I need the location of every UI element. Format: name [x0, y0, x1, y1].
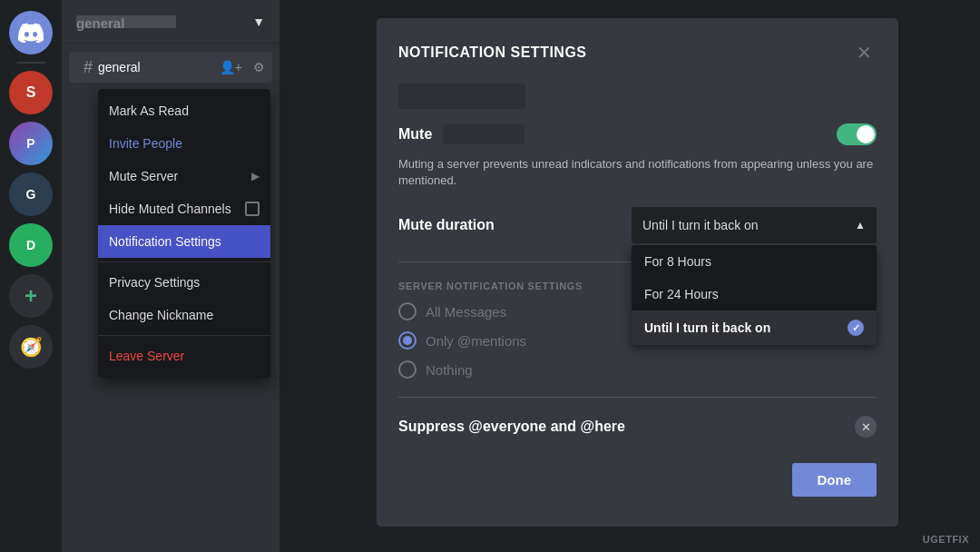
- mute-name-placeholder: [443, 124, 524, 144]
- channel-item-general[interactable]: # general 👤+ ⚙: [69, 52, 272, 83]
- dropdown-option-24hours[interactable]: For 24 Hours: [632, 278, 877, 310]
- radio-only-mentions-label: Only @mentions: [426, 333, 526, 349]
- context-menu: Mark As Read Invite People Mute Server ▶…: [98, 89, 270, 378]
- server-icon-4[interactable]: D: [9, 223, 53, 267]
- dropdown-option-until[interactable]: Until I turn it back on ✓: [632, 310, 877, 345]
- dropdown-menu: For 8 Hours For 24 Hours Until I turn it…: [632, 245, 877, 345]
- settings-icon[interactable]: ⚙: [253, 60, 265, 74]
- ctx-divider-2: [98, 335, 270, 336]
- ctx-change-nickname[interactable]: Change Nickname: [98, 299, 270, 331]
- hide-muted-checkbox[interactable]: [245, 202, 260, 216]
- ctx-privacy-settings[interactable]: Privacy Settings: [98, 266, 270, 299]
- suppress-label: Suppress @everyone and @here: [398, 419, 625, 435]
- radio-nothing[interactable]: Nothing: [398, 360, 877, 379]
- radio-nothing-label: Nothing: [426, 362, 473, 378]
- done-button[interactable]: Done: [792, 463, 877, 497]
- dropdown-option-8hours[interactable]: For 8 Hours: [632, 245, 877, 278]
- add-member-icon[interactable]: 👤+: [220, 60, 242, 74]
- radio-only-mentions-circle: [398, 331, 416, 350]
- dropdown-arrow-icon: ▲: [855, 219, 866, 232]
- radio-nothing-circle: [398, 360, 416, 379]
- notification-settings-modal: NOTIFICATION SETTINGS ✕ Mute Muting a se…: [377, 18, 898, 527]
- discord-home-icon[interactable]: [9, 11, 53, 54]
- modal-divider-2: [398, 397, 877, 398]
- server-divider: [16, 62, 45, 64]
- explore-icon[interactable]: 🧭: [9, 325, 53, 369]
- mute-duration-label: Mute duration: [398, 217, 495, 233]
- toggle-knob: [857, 125, 875, 143]
- server-dropdown-icon[interactable]: ▼: [252, 15, 265, 29]
- server-icon-2[interactable]: P: [9, 122, 53, 165]
- watermark: UGETFIX: [923, 534, 969, 545]
- ctx-notification-settings[interactable]: Notification Settings: [98, 225, 270, 258]
- server-icon-1[interactable]: S: [9, 71, 53, 114]
- ctx-mute-server[interactable]: Mute Server ▶: [98, 160, 270, 192]
- suppress-toggle[interactable]: ✕: [855, 416, 877, 438]
- selected-check-icon: ✓: [848, 320, 864, 336]
- ctx-hide-muted[interactable]: Hide Muted Channels: [98, 192, 270, 225]
- ctx-divider-1: [98, 261, 270, 262]
- radio-all-messages-circle: [398, 302, 416, 320]
- mute-label: Mute: [398, 126, 432, 143]
- channel-list: # general 👤+ ⚙: [62, 44, 279, 91]
- mute-label-group: Mute: [398, 124, 524, 144]
- server-icon-3[interactable]: G: [9, 172, 53, 216]
- modal-title: NOTIFICATION SETTINGS: [398, 44, 587, 61]
- dropdown-selected-value[interactable]: Until I turn it back on ▲: [632, 207, 877, 243]
- channel-name: general: [98, 60, 141, 74]
- mute-row: Mute: [398, 123, 877, 145]
- server-header[interactable]: general ▼: [62, 0, 279, 44]
- mute-server-arrow-icon: ▶: [251, 170, 260, 182]
- channel-hash-icon: #: [83, 58, 93, 77]
- mute-duration-row: Mute duration Until I turn it back on ▲ …: [398, 207, 877, 243]
- server-icon-rail: S P G D + 🧭: [0, 0, 62, 552]
- mute-description: Muting a server prevents unread indicato…: [398, 156, 877, 189]
- ctx-mark-as-read[interactable]: Mark As Read: [98, 94, 270, 127]
- mute-toggle[interactable]: [837, 123, 877, 145]
- modal-close-button[interactable]: ✕: [851, 40, 877, 65]
- server-name-bar: [398, 84, 525, 109]
- ctx-leave-server[interactable]: Leave Server: [98, 340, 270, 372]
- modal-footer: Done: [398, 463, 877, 497]
- add-server-icon[interactable]: +: [9, 274, 53, 318]
- mute-duration-dropdown[interactable]: Until I turn it back on ▲ For 8 Hours Fo…: [632, 207, 877, 243]
- server-name: general: [76, 15, 176, 28]
- ctx-invite-people[interactable]: Invite People: [98, 127, 270, 160]
- modal-header: NOTIFICATION SETTINGS ✕: [398, 40, 877, 65]
- radio-all-messages-label: All Messages: [426, 304, 506, 320]
- suppress-row: Suppress @everyone and @here ✕: [398, 416, 877, 438]
